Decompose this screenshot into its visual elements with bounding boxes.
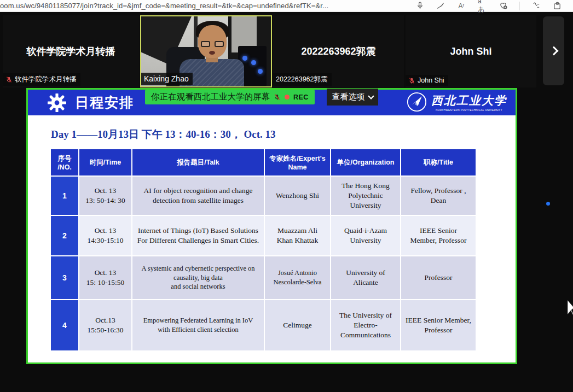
university-logo: 西北工业大学 NORTHWESTERN POLYTECHNICAL UNIVER… xyxy=(407,92,507,112)
day-title: Day 1——10月13日 下午 13：40-16：30， Oct. 13 xyxy=(51,127,276,142)
participant-name-tag: 软件学院学术月转播 xyxy=(3,73,80,86)
person-mouth xyxy=(209,51,215,55)
cell-expert: Josué Antonio Nescolarde-Selva xyxy=(265,256,330,299)
mic-muted-icon xyxy=(274,93,281,101)
microphone-icon[interactable] xyxy=(415,2,424,10)
read-aloud-icon[interactable]: Aʳ xyxy=(457,2,466,10)
cell-organization: The University of Electro- Communication… xyxy=(331,300,400,350)
table-row: 4 Oct.13 15:50-16:30 Empowering Federate… xyxy=(51,300,476,350)
table-header-row: 序号 /NO. 时间/Time 报告题目/Talk 专家姓名/Expert's … xyxy=(51,149,476,175)
mic-muted-icon xyxy=(5,76,13,83)
university-emblem-icon xyxy=(407,92,427,112)
collections-heart-add-icon[interactable] xyxy=(499,2,507,10)
participant-tag-label: John Shi xyxy=(418,77,444,84)
participant-tile-3[interactable]: 2022263962郭震 2022263962郭震 xyxy=(273,15,404,87)
translate-icon[interactable]: aあ xyxy=(478,2,487,10)
participant-tag-label: 软件学院学术月转播 xyxy=(15,75,77,84)
cell-time: Oct. 13 13: 50-14: 30 xyxy=(79,177,131,215)
workflows-icon[interactable] xyxy=(532,2,541,10)
header-no: 序号 /NO. xyxy=(51,149,78,175)
participant-tile-1[interactable]: 软件学院学术月转播 软件学院学术月转播 xyxy=(3,15,139,87)
table-row: 3 Oct. 13 15: 10-15:50 A systemic and cy… xyxy=(51,256,476,299)
shared-screen-body: Day 1——10月13日 下午 13：40-16：30， Oct. 13 序号… xyxy=(28,115,516,362)
schedule-page-title: 日程安排 xyxy=(75,93,134,112)
annotation-dot xyxy=(546,202,550,206)
participant-tile-2-video[interactable]: Kaixing Zhao xyxy=(140,15,272,87)
browser-address-bar: oom.us/wc/94801185077/join?track_id=&jmf… xyxy=(0,0,573,12)
chevron-right-icon xyxy=(549,46,558,56)
view-options-button[interactable]: 查看选项 xyxy=(327,89,378,106)
cell-time: Oct.13 15:50-16:30 xyxy=(79,300,131,350)
university-name-en: NORTHWESTERN POLYTECHNICAL UNIVERSITY xyxy=(436,109,502,112)
participant-name-tag: 2022263962郭震 xyxy=(273,73,332,86)
cell-organization: The Hong Kong Polytechnic University xyxy=(331,177,400,215)
cell-time: Oct. 13 14:30-15:10 xyxy=(79,216,131,255)
cell-talk: Empowering Federated Learning in IoV wit… xyxy=(132,300,264,350)
participant-display-name: 软件学院学术月转播 xyxy=(3,45,139,58)
table-row: 2 Oct. 13 14:30-15:10 Internet of Things… xyxy=(51,216,476,255)
cell-no: 3 xyxy=(51,256,78,299)
view-options-label: 查看选项 xyxy=(332,92,365,102)
cell-time: Oct. 13 15: 10-15:50 xyxy=(79,256,131,299)
participant-name-tag: John Shi xyxy=(406,75,448,86)
extension-icon[interactable] xyxy=(553,2,562,10)
cell-no: 4 xyxy=(51,300,78,350)
participant-tile-4[interactable]: John Shi John Shi xyxy=(406,15,536,87)
header-talk: 报告题目/Talk xyxy=(132,149,264,175)
meeting-window: oom.us/wc/94801185077/join?track_id=&jmf… xyxy=(0,0,573,392)
schedule-table: 序号 /NO. 时间/Time 报告题目/Talk 专家姓名/Expert's … xyxy=(50,148,477,352)
header-time: 时间/Time xyxy=(79,149,131,175)
cell-expert: Wenzhong Shi xyxy=(265,177,330,215)
table-row: 1 Oct. 13 13: 50-14: 30 AI for object re… xyxy=(51,177,476,215)
person-glasses xyxy=(201,41,224,47)
cell-talk: AI for object recognition and change det… xyxy=(132,177,264,215)
gear-icon xyxy=(48,93,66,112)
cell-title: Fellow, Professor , Dean xyxy=(401,177,476,215)
pen-icon[interactable] xyxy=(436,2,445,10)
next-participants-button[interactable] xyxy=(543,16,564,85)
cell-expert: Celimuge xyxy=(265,300,330,350)
cell-title: Professor xyxy=(401,256,476,299)
cell-organization: University of Alicante xyxy=(331,256,400,299)
recording-dot-icon xyxy=(285,95,290,100)
header-title: 职称/Title xyxy=(401,149,476,175)
participant-display-name: 2022263962郭震 xyxy=(273,45,404,58)
mouse-cursor xyxy=(568,300,573,317)
header-organization: 单位/Organization xyxy=(331,149,400,175)
mic-muted-icon xyxy=(408,77,415,84)
participant-name-tag: Kaixing Zhao xyxy=(141,73,193,85)
participant-tag-label: Kaixing Zhao xyxy=(144,74,189,83)
watching-screen-banner: 你正在观看西北工业大学的屏幕 REC xyxy=(145,90,315,104)
university-name-cn: 西北工业大学 xyxy=(431,93,507,108)
cell-expert: Muazzam Ali Khan Khattak xyxy=(265,216,330,255)
toolbar-divider xyxy=(519,2,520,10)
chevron-down-icon xyxy=(368,93,374,99)
cell-talk: A systemic and cybernetic perspective on… xyxy=(132,256,264,299)
participant-display-name: John Shi xyxy=(406,46,536,57)
cell-organization: Quaid-i-Azam University xyxy=(331,216,400,255)
header-expert: 专家姓名/Expert's Name xyxy=(265,149,330,175)
browser-toolbar-icons: Aʳ aあ xyxy=(415,2,562,10)
participant-tag-label: 2022263962郭震 xyxy=(276,75,328,84)
cell-title: IEEE Senior Member, Professor xyxy=(401,216,476,255)
cell-no: 1 xyxy=(51,177,78,215)
cell-no: 2 xyxy=(51,216,78,255)
cell-talk: Internet of Things (IoT) Based Solutions… xyxy=(132,216,264,255)
recording-indicator: REC xyxy=(293,93,309,101)
shared-screen: 日程安排 西北工业大学 NORTHWESTERN POLYTECHNICAL U… xyxy=(26,88,517,364)
watching-screen-text: 你正在观看西北工业大学的屏幕 xyxy=(151,91,270,103)
url-field[interactable]: oom.us/wc/94801185077/join?track_id=&jmf… xyxy=(0,2,408,10)
cell-title: IEEE Senior Member, Professor xyxy=(401,300,476,350)
